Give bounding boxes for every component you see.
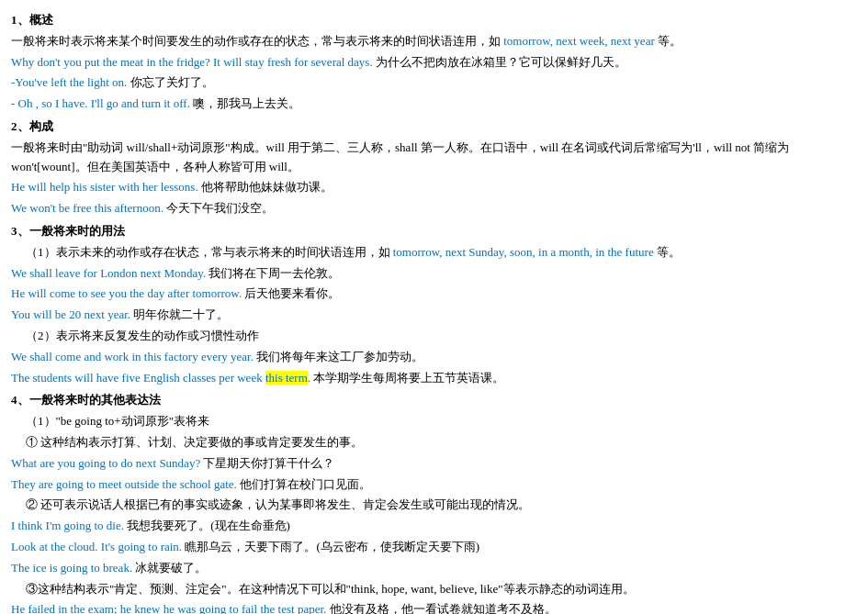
section-4-sub1-desc2: ② 还可表示说话人根据已有的事实或迹象，认为某事即将发生、肯定会发生或可能出现的…: [26, 496, 857, 515]
example-10-en: The students will have five English clas…: [11, 371, 310, 385]
section-4-sub1-desc: ① 这种结构表示打算、计划、决定要做的事或肯定要发生的事。: [26, 433, 857, 452]
example-8-en: You will be 20 next year.: [11, 307, 130, 321]
section-3-sub2: （2）表示将来反复发生的动作或习惯性动作: [26, 327, 857, 346]
example-3: - Oh , so I have. I'll go and turn it of…: [11, 95, 857, 114]
highlight-tomorrow: tomorrow, next week, next year: [503, 34, 655, 48]
example-1-en: Why don't you put the meat in the fridge…: [11, 55, 373, 69]
example-12-en: They are going to meet outside the schoo…: [11, 477, 237, 491]
section-4-sub1-desc3: ③这种结构表示"肯定、预测、注定会"。在这种情况下可以和"think, hope…: [26, 580, 857, 599]
example-8: You will be 20 next year. 明年你就二十了。: [11, 306, 857, 325]
example-15: The ice is going to break. 冰就要破了。: [11, 559, 857, 578]
example-10: The students will have five English clas…: [11, 369, 857, 388]
example-11-en: What are you going to do next Sunday?: [11, 456, 200, 470]
example-5-en: We won't be free this afternoon.: [11, 201, 163, 215]
main-content: 1、概述 一般将来时表示将来某个时间要发生的动作或存在的状态，常与表示将来的时间…: [11, 11, 857, 614]
example-2-en: -You've left the light on.: [11, 75, 127, 89]
example-9: We shall come and work in this factory e…: [11, 348, 857, 367]
section-2-title: 2、构成: [11, 117, 857, 137]
example-13: I think I'm going to die. 我想我要死了。(现在生命垂危…: [11, 517, 857, 536]
example-7-en: He will come to see you the day after to…: [11, 286, 242, 300]
example-9-en: We shall come and work in this factory e…: [11, 350, 254, 363]
section-3-sub1: （1）表示未来的动作或存在状态，常与表示将来的时间状语连用，如 tomorrow…: [26, 243, 857, 262]
section-2-desc: 一般将来时由"助动词 will/shall+动词原形"构成。will 用于第二、…: [11, 139, 857, 177]
section-3-title: 3、一般将来时的用法: [11, 222, 857, 241]
section-1-title: 1、概述: [11, 11, 857, 30]
section-1-desc: 一般将来时表示将来某个时间要发生的动作或存在的状态，常与表示将来的时间状语连用，…: [11, 32, 857, 51]
highlight-time: tomorrow, next Sunday, soon, in a month,…: [393, 245, 654, 259]
example-12: They are going to meet outside the schoo…: [11, 475, 857, 495]
example-5: We won't be free this afternoon. 今天下午我们没…: [11, 199, 857, 218]
example-16: He failed in the exam; he knew he was go…: [11, 600, 857, 614]
section-4-sub1: （1）"be going to+动词原形"表将来: [26, 412, 857, 431]
example-1: Why don't you put the meat in the fridge…: [11, 53, 857, 73]
example-3-en: - Oh , so I have. I'll go and turn it of…: [11, 96, 190, 110]
example-14: Look at the cloud. It's going to rain. 瞧…: [11, 538, 857, 557]
example-6-en: We shall leave for London next Monday.: [11, 266, 206, 280]
example-4-en: He will help his sister with her lessons…: [11, 180, 198, 194]
example-7: He will come to see you the day after to…: [11, 285, 857, 304]
example-15-en: The ice is going to break.: [11, 561, 132, 575]
example-11: What are you going to do next Sunday? 下星…: [11, 454, 857, 474]
example-13-en: I think I'm going to die.: [11, 519, 124, 532]
example-4: He will help his sister with her lessons…: [11, 178, 857, 197]
example-6: We shall leave for London next Monday. 我…: [11, 264, 857, 284]
example-14-en: Look at the cloud. It's going to rain.: [11, 540, 182, 553]
example-2: -You've left the light on. 你忘了关灯了。: [11, 73, 857, 93]
highlight-thisterm: this term: [265, 371, 308, 385]
section-4-title: 4、一般将来时的其他表达法: [11, 391, 857, 410]
example-16-en: He failed in the exam; he knew he was go…: [11, 602, 326, 614]
